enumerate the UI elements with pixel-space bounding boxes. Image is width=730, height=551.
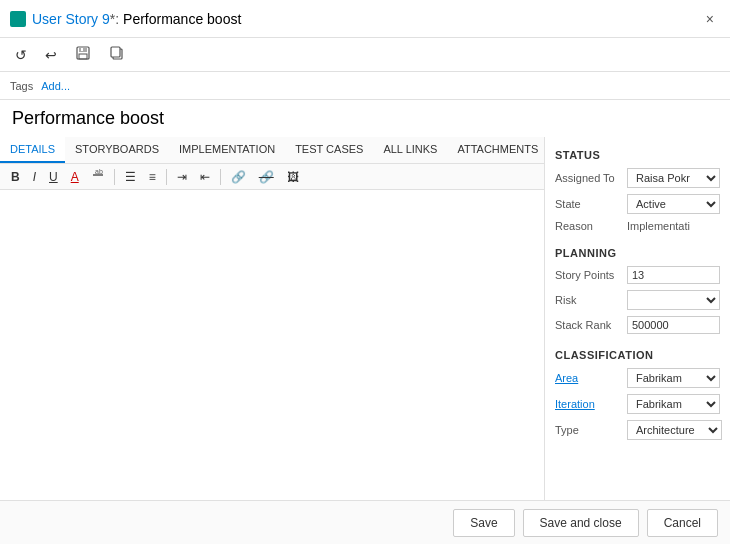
risk-row: Risk 1 - Critical 2 - High 3 - Medium 4 … — [545, 287, 730, 313]
tab-details[interactable]: DETAILS — [0, 137, 65, 163]
assigned-to-row: Assigned To Raisa Pokr — [545, 165, 730, 191]
cancel-button[interactable]: Cancel — [647, 509, 718, 537]
type-select[interactable]: Architecture Business Development — [627, 420, 722, 440]
tab-test-cases[interactable]: TEST CASES — [285, 137, 373, 163]
reason-row: Reason Implementati — [545, 217, 730, 235]
tab-all-links[interactable]: ALL LINKS — [373, 137, 447, 163]
svg-rect-2 — [79, 54, 87, 59]
editor-toolbar: B I U A ab ☰ ≡ ⇥ ⇤ 🔗 🔗 🖼 — [0, 164, 544, 190]
title-text: User Story 9*: Performance boost — [32, 11, 241, 27]
svg-rect-5 — [111, 47, 120, 57]
state-select[interactable]: Active Closed Resolved New — [627, 194, 720, 214]
state-row: State Active Closed Resolved New — [545, 191, 730, 217]
copy-icon — [109, 45, 125, 61]
editor-separator-3 — [220, 169, 221, 185]
classification-section-header: CLASSIFICATION — [545, 345, 730, 365]
editor-separator-2 — [166, 169, 167, 185]
tags-bar: Tags Add... — [0, 72, 730, 100]
type-label: Type — [555, 424, 623, 436]
reason-value: Implementati — [627, 220, 720, 232]
assigned-to-label: Assigned To — [555, 172, 623, 184]
save-close-button[interactable]: Save and close — [523, 509, 639, 537]
planning-section-header: PLANNING — [545, 243, 730, 263]
risk-select[interactable]: 1 - Critical 2 - High 3 - Medium 4 - Low — [627, 290, 720, 310]
title-bar: User Story 9*: Performance boost × — [0, 0, 730, 38]
reason-label: Reason — [555, 220, 623, 232]
story-points-row: Story Points — [545, 263, 730, 287]
title-name: Performance boost — [123, 11, 241, 27]
assigned-to-select[interactable]: Raisa Pokr — [627, 168, 720, 188]
title-separator: *: — [110, 11, 123, 27]
unlink-button[interactable]: 🔗 — [254, 168, 279, 186]
strikethrough-icon: ab — [92, 169, 104, 181]
iteration-row: Iteration Fabrikam — [545, 391, 730, 417]
close-button[interactable]: × — [700, 9, 720, 29]
indent-button[interactable]: ⇥ — [172, 168, 192, 186]
story-points-label: Story Points — [555, 269, 623, 281]
italic-button[interactable]: I — [28, 168, 41, 186]
svg-text:ab: ab — [95, 169, 103, 175]
main-content: DETAILS STORYBOARDS IMPLEMENTATION TEST … — [0, 137, 730, 500]
outdent-button[interactable]: ⇤ — [195, 168, 215, 186]
status-section-header: STATUS — [545, 145, 730, 165]
area-label[interactable]: Area — [555, 372, 623, 384]
tags-label: Tags — [10, 80, 33, 92]
copy-button[interactable] — [104, 42, 130, 67]
bold-button[interactable]: B — [6, 168, 25, 186]
tab-attachments[interactable]: ATTACHMENTS — [447, 137, 545, 163]
refresh-button[interactable]: ↺ — [10, 44, 32, 66]
save-icon — [75, 45, 91, 61]
undo-button[interactable]: ↩ — [40, 44, 62, 66]
story-points-input[interactable] — [627, 266, 720, 284]
svg-rect-3 — [81, 48, 83, 51]
tags-add-button[interactable]: Add... — [41, 80, 70, 92]
underline-button[interactable]: U — [44, 168, 63, 186]
editor-content-area[interactable] — [0, 190, 544, 500]
state-label: State — [555, 198, 623, 210]
stack-rank-input[interactable] — [627, 316, 720, 334]
strikethrough-button[interactable]: ab — [87, 167, 109, 186]
area-row: Area Fabrikam — [545, 365, 730, 391]
title-bar-left: User Story 9*: Performance boost — [10, 11, 241, 27]
footer: Save Save and close Cancel — [0, 500, 730, 544]
work-item-title-input[interactable] — [12, 108, 718, 129]
right-panel: STATUS Assigned To Raisa Pokr State Acti… — [545, 137, 730, 500]
left-panel: DETAILS STORYBOARDS IMPLEMENTATION TEST … — [0, 137, 545, 500]
risk-label: Risk — [555, 294, 623, 306]
area-select[interactable]: Fabrikam — [627, 368, 720, 388]
ordered-list-button[interactable]: ≡ — [144, 168, 161, 186]
save-button[interactable]: Save — [453, 509, 514, 537]
stack-rank-row: Stack Rank — [545, 313, 730, 337]
classification-divider — [545, 337, 730, 345]
tabs-bar: DETAILS STORYBOARDS IMPLEMENTATION TEST … — [0, 137, 544, 164]
tab-storyboards[interactable]: STORYBOARDS — [65, 137, 169, 163]
planning-divider — [545, 235, 730, 243]
unordered-list-button[interactable]: ☰ — [120, 168, 141, 186]
iteration-label[interactable]: Iteration — [555, 398, 623, 410]
editor-separator-1 — [114, 169, 115, 185]
save-icon-button[interactable] — [70, 42, 96, 68]
tab-implementation[interactable]: IMPLEMENTATION — [169, 137, 285, 163]
link-button[interactable]: 🔗 — [226, 168, 251, 186]
title-prefix: User Story 9 — [32, 11, 110, 27]
iteration-select[interactable]: Fabrikam — [627, 394, 720, 414]
highlight-button[interactable]: A — [66, 168, 84, 186]
image-button[interactable]: 🖼 — [282, 168, 304, 186]
main-toolbar: ↺ ↩ — [0, 38, 730, 72]
stack-rank-label: Stack Rank — [555, 319, 623, 331]
work-item-icon — [10, 11, 26, 27]
type-row: Type Architecture Business Development — [545, 417, 730, 443]
